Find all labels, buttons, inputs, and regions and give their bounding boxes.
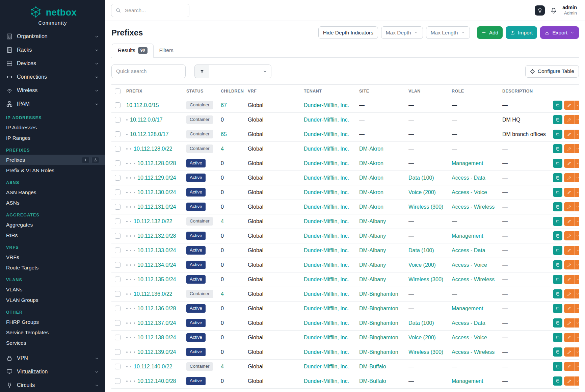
edit-dropdown-toggle[interactable] [574,231,579,240]
prefix-link[interactable]: 10.112.0.0/15 [126,102,159,108]
theme-toggle-button[interactable] [535,5,545,16]
configure-table-button[interactable]: Configure Table [525,65,579,78]
clone-button[interactable] [553,173,562,182]
role-link[interactable]: Access - Data [452,175,485,181]
children-link[interactable]: 4 [221,218,224,224]
edit-dropdown-toggle[interactable] [574,246,579,255]
sidebar-item-fhrp-groups[interactable]: FHRP Groups [0,317,105,327]
edit-dropdown-toggle[interactable] [574,173,579,182]
edit-button[interactable] [564,260,574,269]
site-link[interactable]: DM-Albany [359,262,386,268]
site-link[interactable]: DM-Akron [359,160,383,166]
clone-button[interactable] [553,333,562,342]
clone-button[interactable] [553,347,562,357]
tenant-link[interactable]: Dunder-Mifflin, Inc. [304,320,349,326]
row-checkbox[interactable] [115,247,121,253]
tenant-link[interactable]: Dunder-Mifflin, Inc. [304,175,349,181]
sidebar-item-virtualization[interactable]: Virtualization [0,365,105,378]
notifications-button[interactable] [550,7,557,14]
edit-button[interactable] [564,347,574,357]
prefix-link[interactable]: 10.112.134.0/24 [137,262,176,268]
edit-dropdown-toggle[interactable] [574,289,579,298]
prefix-link[interactable]: 10.112.140.0/22 [134,364,172,369]
row-checkbox[interactable] [115,320,121,326]
prefix-link[interactable]: 10.112.140.0/28 [137,378,176,384]
tenant-link[interactable]: Dunder-Mifflin, Inc. [304,247,349,253]
row-checkbox[interactable] [115,349,121,355]
row-checkbox[interactable] [115,131,121,137]
edit-dropdown-toggle[interactable] [574,101,579,110]
column-header-description[interactable]: DESCRIPTION [502,84,553,98]
edit-button[interactable] [564,231,574,240]
clone-button[interactable] [553,115,562,124]
prefix-link[interactable]: 10.112.136.0/22 [134,291,172,297]
edit-dropdown-toggle[interactable] [574,318,579,328]
role-link[interactable]: Management [452,233,483,239]
children-link[interactable]: 4 [221,146,224,152]
edit-button[interactable] [564,333,574,342]
role-link[interactable]: Management [452,306,483,311]
column-header-site[interactable]: SITE [359,84,408,98]
tenant-link[interactable]: Dunder-Mifflin, Inc. [304,233,349,239]
column-header-vlan[interactable]: VLAN [408,84,452,98]
vlan-link[interactable]: Data (100) [408,175,434,181]
select-all-checkbox[interactable] [115,88,121,94]
sidebar-item-vlans[interactable]: VLANs [0,284,105,295]
clone-button[interactable] [553,202,562,211]
tenant-link[interactable]: Dunder-Mifflin, Inc. [304,189,349,195]
prefix-link[interactable]: 10.112.132.0/28 [137,233,176,239]
tenant-link[interactable]: Dunder-Mifflin, Inc. [304,102,349,108]
role-link[interactable]: Management [452,378,483,384]
hide-depth-indicators-button[interactable]: Hide Depth Indicators [318,26,378,39]
site-link[interactable]: DM-Albany [359,277,386,282]
site-link[interactable]: DM-Binghamton [359,335,398,340]
import-button[interactable]: Import [506,26,537,39]
prefix-link[interactable]: 10.112.136.0/28 [137,306,176,311]
edit-button[interactable] [564,188,574,197]
site-link[interactable]: DM-Albany [359,218,386,224]
prefix-link[interactable]: 10.112.132.0/22 [134,218,172,224]
filter-value-select[interactable] [209,64,271,78]
site-link[interactable]: DM-Binghamton [359,291,398,297]
edit-button[interactable] [564,246,574,255]
tenant-link[interactable]: Dunder-Mifflin, Inc. [304,291,349,297]
site-link[interactable]: DM-Binghamton [359,320,398,326]
role-link[interactable]: Management [452,160,483,166]
edit-dropdown-toggle[interactable] [574,304,579,313]
edit-dropdown-toggle[interactable] [574,202,579,211]
clone-button[interactable] [553,260,562,269]
quick-add-button[interactable] [82,157,89,163]
tenant-link[interactable]: Dunder-Mifflin, Inc. [304,262,349,268]
row-checkbox[interactable] [115,378,121,384]
column-header-prefix[interactable]: PREFIX [126,84,186,98]
edit-button[interactable] [564,101,574,110]
sidebar-item-rirs[interactable]: RIRs [0,230,105,240]
sidebar-item-vpn[interactable]: VPN [0,351,105,365]
edit-button[interactable] [564,130,574,139]
prefix-link[interactable]: 10.112.0.0/17 [130,117,163,123]
column-header-status[interactable]: STATUS [186,84,221,98]
sidebar-item-asns[interactable]: ASNs [0,198,105,208]
prefix-link[interactable]: 10.112.128.0/22 [134,146,172,152]
clone-button[interactable] [553,188,562,197]
row-checkbox[interactable] [115,335,121,340]
clone-button[interactable] [553,231,562,240]
tenant-link[interactable]: Dunder-Mifflin, Inc. [304,306,349,311]
role-link[interactable]: Access - Wireless [452,277,495,282]
site-link[interactable]: DM-Buffalo [359,364,386,369]
vlan-link[interactable]: Wireless (300) [408,349,443,355]
sidebar-item-ip-addresses[interactable]: IP Addresses [0,122,105,133]
column-header-children[interactable]: CHILDREN [221,84,248,98]
site-link[interactable]: DM-Binghamton [359,306,398,311]
tenant-link[interactable]: Dunder-Mifflin, Inc. [304,335,349,340]
edit-dropdown-toggle[interactable] [574,275,579,284]
row-checkbox[interactable] [115,364,121,369]
prefix-link[interactable]: 10.112.128.0/17 [130,131,168,137]
row-checkbox[interactable] [115,218,121,224]
edit-dropdown-toggle[interactable] [574,130,579,139]
edit-button[interactable] [564,202,574,211]
vlan-link[interactable]: Wireless (300) [408,204,443,210]
site-link[interactable]: DM-Binghamton [359,349,398,355]
role-link[interactable]: Access - Wireless [452,349,495,355]
tenant-link[interactable]: Dunder-Mifflin, Inc. [304,117,349,123]
